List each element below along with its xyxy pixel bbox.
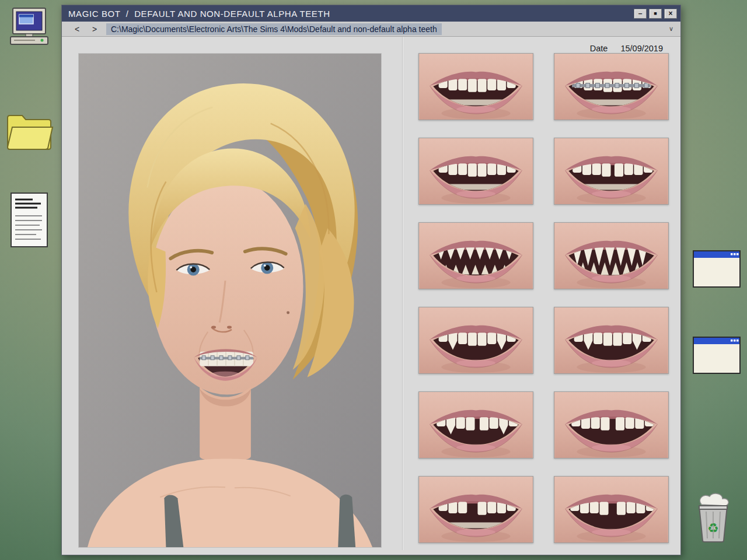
- notepad-graphic: [8, 191, 50, 249]
- date-row: Date 15/09/2019: [590, 44, 663, 53]
- mini-window-icon-1[interactable]: [692, 250, 741, 289]
- minimize-button[interactable]: –: [634, 9, 647, 19]
- teeth-thumbnail-11-missing[interactable]: [418, 476, 533, 543]
- recycle-bin-graphic: ♻: [692, 492, 734, 543]
- teeth-thumbnail-1-default[interactable]: [418, 53, 533, 120]
- teeth-thumbnail-8-fangs[interactable]: [554, 307, 669, 374]
- mini-window-graphic: [692, 250, 741, 289]
- folder-graphic: [5, 110, 54, 153]
- date-label: Date: [590, 44, 608, 53]
- maximize-button[interactable]: ■: [649, 9, 662, 19]
- sim-portrait-image: [78, 53, 382, 548]
- teeth-thumbnail-10-gap[interactable]: [554, 391, 669, 459]
- svg-text:♻: ♻: [707, 521, 719, 536]
- my-computer-icon[interactable]: [8, 7, 53, 47]
- recycle-bin-icon[interactable]: ♻: [692, 492, 734, 543]
- teeth-thumbnail-7-fangs[interactable]: [418, 307, 533, 374]
- mini-window-icon-2[interactable]: [692, 336, 741, 376]
- address-bar: < > C:\Magic\Documents\Electronic Arts\T…: [62, 22, 680, 37]
- teeth-grid: [418, 53, 669, 543]
- window-titlebar[interactable]: MAGIC BOT / DEFAULT AND NON-DEFAULT ALPH…: [62, 5, 680, 22]
- teeth-thumbnail-12-gap-wide[interactable]: [554, 476, 669, 543]
- address-path-input[interactable]: C:\Magic\Documents\Electronic Arts\The S…: [106, 23, 442, 35]
- mini-window-graphic: [692, 336, 741, 376]
- teeth-thumbnail-6-spikes[interactable]: [554, 222, 669, 289]
- folder-icon[interactable]: [5, 110, 54, 153]
- close-button[interactable]: ×: [664, 9, 677, 19]
- window-content: Date 15/09/2019: [62, 37, 680, 555]
- notepad-icon[interactable]: [8, 191, 50, 249]
- teeth-thumbnail-2-braces[interactable]: [554, 53, 669, 120]
- address-dropdown-icon[interactable]: ∨: [669, 25, 673, 33]
- forward-button[interactable]: >: [86, 24, 103, 34]
- teeth-thumbnail-4-gap-small[interactable]: [554, 138, 669, 205]
- teeth-thumbnail-3-default[interactable]: [418, 138, 533, 205]
- date-value: 15/09/2019: [620, 44, 663, 53]
- file-browser-window: MAGIC BOT / DEFAULT AND NON-DEFAULT ALPH…: [61, 5, 681, 555]
- teeth-thumbnail-5-jagged[interactable]: [418, 222, 533, 289]
- teeth-thumbnail-9-fangs-gap[interactable]: [418, 391, 533, 459]
- my-computer-graphic: [8, 7, 53, 47]
- window-title: MAGIC BOT / DEFAULT AND NON-DEFAULT ALPH…: [68, 9, 634, 19]
- portrait-graphic: [79, 54, 381, 547]
- panel-divider: [402, 37, 403, 550]
- window-controls: – ■ ×: [634, 9, 677, 19]
- back-button[interactable]: <: [69, 24, 85, 34]
